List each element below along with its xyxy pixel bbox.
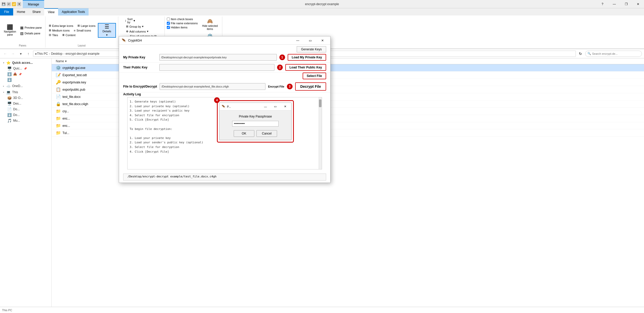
file-path-input[interactable] [160, 83, 265, 90]
group-dropdown[interactable]: ▾ [142, 25, 144, 28]
preview-label: Preview pane [25, 26, 42, 29]
sidebar-item-downloads2[interactable]: ⬇️ Do... [0, 112, 51, 118]
tab-share[interactable]: Share [29, 8, 44, 15]
preview-pane-button[interactable]: ▦ Preview pane [19, 25, 43, 30]
pass-minimize[interactable]: — [261, 104, 270, 109]
passphrase-input[interactable] [232, 121, 279, 127]
dialog-maximize[interactable]: ▭ [305, 37, 315, 44]
refresh-button[interactable]: ↻ [577, 51, 584, 57]
docs-icon: ⬇️ [7, 78, 12, 82]
odt-icon: 📝 [56, 73, 61, 77]
minimize-button[interactable]: — [608, 0, 620, 8]
footer-path-text: /Desktop/encrypt-decrypt example/test_fi… [128, 175, 216, 178]
help-button[interactable]: ? [596, 0, 608, 8]
pass-maximize[interactable]: ▭ [271, 104, 279, 109]
small-icons-button[interactable]: ⊞ Medium icons [48, 28, 71, 33]
cancel-button[interactable]: Cancel [256, 130, 277, 137]
scroll-thumb[interactable] [319, 99, 321, 107]
file-name-cell: 🔒 test_file.docx.c4gh [54, 101, 126, 107]
exe-icon: ⚙️ [56, 65, 61, 70]
public-key-input[interactable] [159, 64, 274, 71]
dl2-icon: ⬇️ [7, 113, 12, 117]
quick-access-icon: 💾 [2, 2, 6, 6]
expand-icon: ▾ [3, 62, 4, 64]
up-button[interactable]: ↑ [25, 51, 32, 57]
generate-keys-row: Generate Keys [119, 45, 330, 52]
file-label: File to Encrypt/Decrypt [123, 85, 157, 88]
downloads-label: 📥 [13, 72, 17, 76]
load-private-key-button[interactable]: Load My Private Key [288, 54, 326, 61]
generate-keys-button[interactable]: Generate Keys [297, 46, 326, 52]
tab-home[interactable]: Home [13, 8, 29, 15]
tab-view[interactable]: View [44, 8, 58, 15]
load-public-key-button[interactable]: Load Their Public Key [285, 64, 326, 71]
tiles-button[interactable]: ⊟ Tiles [48, 33, 59, 37]
file-ext-checkbox[interactable] [167, 22, 170, 25]
dialog-close[interactable]: ✕ [317, 37, 328, 44]
desktop-label: Quic... [13, 67, 22, 70]
large-icons-button[interactable]: ⊞ Large icons [76, 24, 97, 28]
add-columns-button[interactable]: ⊕ Add columns ▾ [125, 29, 150, 34]
pin2-icon: 📌 [19, 73, 22, 76]
status-text: This PC [2, 309, 12, 312]
sidebar-item-music[interactable]: 🎵 Mu... [0, 118, 51, 123]
tab-application-tools[interactable]: Application Tools [58, 8, 89, 15]
crumb-this-pc: This PC [37, 52, 48, 56]
details-view-button[interactable]: ☰ Details ▾ [98, 23, 116, 38]
content-button[interactable]: ≣ Content [61, 33, 77, 37]
manage-tab[interactable]: Manage [23, 0, 44, 8]
dialog-minimize[interactable]: — [293, 37, 303, 44]
sidebar-item-onedrive[interactable]: ▸ ☁️ OneD... [0, 83, 51, 89]
hidden-items-checkbox[interactable] [167, 26, 170, 29]
item-checkboxes-checkbox[interactable] [167, 18, 170, 21]
col-name-header[interactable]: Name ▾ [54, 58, 126, 64]
passphrase-title: P... [227, 105, 260, 108]
sidebar-item-3dobjects[interactable]: 📦 3D O... [0, 95, 51, 101]
maximize-button[interactable]: ❐ [620, 0, 632, 8]
dropdown-recent[interactable]: ▾ [18, 51, 24, 57]
search-box[interactable]: 🔍 [585, 51, 642, 57]
add-col-dropdown[interactable]: ▾ [147, 30, 148, 33]
file-name-cell: 📁 Tul... [54, 130, 126, 136]
details-icon: ▧ [20, 31, 23, 35]
select-file-button[interactable]: Select File [303, 73, 326, 79]
dropdown-arrow[interactable]: ▾ [17, 2, 21, 6]
sidebar-item-desktop[interactable]: 🖥️ Quic... 📌 [0, 66, 51, 71]
search-input[interactable] [592, 52, 633, 55]
close-button[interactable]: ✕ [632, 0, 644, 8]
extra-large-icons-button[interactable]: ⊞ Extra large icons [48, 24, 75, 28]
file-ext-label[interactable]: File name extensions [167, 22, 198, 25]
badge-3: 3 [287, 84, 293, 89]
sidebar-item-quickaccess[interactable]: ▾ ⭐ Quick acces... [0, 60, 51, 66]
music-label: Mu... [13, 119, 20, 122]
sidebar-item-thispc[interactable]: ▾ 💻 This [0, 89, 51, 95]
group-by-button[interactable]: ⊞ Group by ▾ [125, 24, 145, 29]
hide-selected-button[interactable]: 🙈 Hide selecteditems [200, 18, 220, 32]
docs2-icon: 📄 [7, 107, 12, 111]
back-button[interactable]: ← [2, 51, 8, 57]
public-key-label: Their Public Key [123, 66, 157, 69]
forward-button[interactable]: → [10, 51, 16, 57]
private-key-input[interactable] [159, 54, 277, 61]
thispc-label: This [12, 90, 18, 94]
sort-dropdown[interactable]: ▾ [133, 19, 135, 22]
tab-file[interactable]: File [0, 8, 13, 15]
quickaccess-label: Quick acces... [12, 61, 33, 65]
sidebar-item-desktop2[interactable]: 🖥️ Des... [0, 101, 51, 106]
details-dropdown[interactable]: ▾ [106, 33, 108, 37]
hidden-items-label[interactable]: Hidden items [167, 26, 198, 29]
pane-buttons: ▦ Preview pane ▧ Details pane [19, 25, 43, 36]
decrypt-file-button[interactable]: Decrypt File [295, 82, 326, 91]
layout-row-3: ⊟ Tiles ≣ Content [48, 33, 97, 37]
sidebar-item-downloads[interactable]: ⬇️ 📥 📌 [0, 71, 51, 77]
group-panes: ⬛ Navigationpane ▦ Preview pane ▧ Detail… [0, 17, 45, 48]
details-pane-button[interactable]: ▧ Details pane [19, 31, 43, 36]
ok-button[interactable]: OK [234, 130, 254, 137]
scrollbar[interactable] [319, 97, 322, 169]
navigation-pane-button[interactable]: ⬛ Navigationpane [2, 24, 18, 37]
sidebar-item-docs[interactable]: ⬇️ [0, 77, 51, 83]
list-button[interactable]: ≡ Small icons [73, 28, 92, 33]
pass-close[interactable]: ✕ [281, 104, 289, 109]
item-checkboxes-label[interactable]: Item check boxes [167, 18, 198, 21]
sidebar-item-docs2[interactable]: 📄 Do... [0, 106, 51, 112]
